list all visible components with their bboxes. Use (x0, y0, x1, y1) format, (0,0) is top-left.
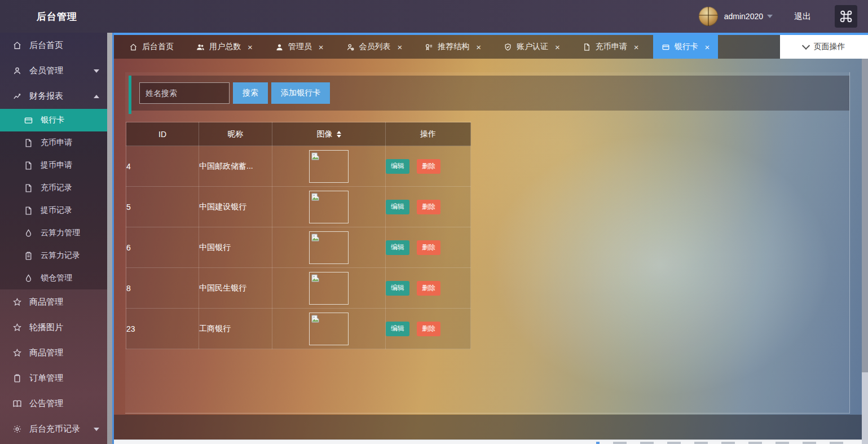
star-icon (12, 323, 22, 332)
sidebar-item-products-1[interactable]: 商品管理 (0, 289, 107, 315)
page-actions-button[interactable]: 页面操作 (780, 35, 868, 59)
sidebar-item-label: 商品管理 (29, 348, 63, 358)
sidebar-item-label: 提币记录 (41, 205, 72, 216)
broken-image-icon (311, 193, 320, 201)
broken-image-placeholder (309, 231, 349, 264)
edit-button[interactable]: 编辑 (386, 281, 409, 296)
header-right-group: admin2020 退出 (699, 5, 868, 28)
document-icon (24, 161, 33, 170)
sidebar-scrollbar[interactable] (107, 33, 112, 444)
sidebar-item-carousel[interactable]: 轮播图片 (0, 315, 107, 340)
cell-id: 23 (126, 309, 199, 349)
table-header-row: ID 昵称 图像 操作 (126, 122, 471, 146)
search-input[interactable] (139, 82, 230, 104)
logout-button[interactable]: 退出 (794, 11, 811, 22)
chevron-down-icon (94, 428, 99, 431)
sidebar-item-label: 银行卡 (41, 115, 64, 125)
close-icon[interactable]: × (248, 43, 253, 51)
broken-image-placeholder (309, 191, 349, 223)
sidebar-item-orders[interactable]: 订单管理 (0, 366, 107, 391)
sidebar-item-cloud-power-records[interactable]: 云算力记录 (0, 244, 107, 267)
broken-image-icon (311, 274, 320, 283)
tab-admin[interactable]: 管理员 × (267, 35, 332, 59)
document-icon (24, 138, 33, 148)
cell-image (272, 227, 386, 268)
tab-label: 用户总数 (209, 42, 241, 52)
users-icon (196, 43, 205, 51)
tab-recommend-structure[interactable]: 推荐结构 × (416, 35, 490, 59)
chevron-up-icon (94, 95, 99, 98)
close-icon[interactable]: × (634, 43, 639, 51)
sidebar-item-products-2[interactable]: 商品管理 (0, 340, 107, 366)
delete-button[interactable]: 删除 (417, 240, 440, 255)
close-icon[interactable]: × (476, 43, 481, 51)
user-gear-icon (346, 43, 355, 51)
app-logo-button[interactable] (835, 5, 857, 28)
cell-image (272, 268, 386, 309)
user-avatar[interactable] (699, 7, 718, 26)
sidebar-item-announcements[interactable]: 公告管理 (0, 391, 107, 416)
sidebar-item-label: 轮播图片 (29, 322, 63, 333)
add-bank-card-button[interactable]: 添加银行卡 (271, 82, 330, 104)
bank-card-content-panel: 搜索 添加银行卡 ID 昵称 图像 操作 4 中国邮政储蓄... (125, 72, 850, 414)
close-icon[interactable]: × (705, 43, 710, 51)
sort-icon[interactable] (337, 131, 341, 138)
clipboard-icon (24, 251, 33, 261)
home-icon (129, 43, 138, 51)
tab-member-list[interactable]: 会员列表 × (338, 35, 411, 59)
delete-button[interactable]: 删除 (417, 322, 440, 336)
tab-user-total[interactable]: 用户总数 × (188, 35, 261, 59)
close-icon[interactable]: × (555, 43, 560, 51)
cell-nickname: 中国银行 (199, 227, 272, 268)
delete-button[interactable]: 删除 (417, 281, 440, 296)
username-label[interactable]: admin2020 (724, 12, 763, 21)
sidebar-item-bank-card[interactable]: 银行卡 (0, 109, 107, 131)
tab-deposit-apply[interactable]: 充币申请 × (574, 35, 647, 59)
edit-button[interactable]: 编辑 (386, 322, 409, 336)
content-left-border (112, 33, 114, 444)
sidebar-item-cloud-power-mgmt[interactable]: 云算力管理 (0, 222, 107, 244)
sidebar-item-deposit-apply[interactable]: 充币申请 (0, 131, 107, 154)
edit-button[interactable]: 编辑 (386, 159, 409, 174)
close-icon[interactable]: × (319, 43, 324, 51)
sidebar-item-withdraw-records[interactable]: 提币记录 (0, 199, 107, 222)
sidebar-item-members[interactable]: 会员管理 (0, 58, 107, 83)
sidebar-item-label: 提币申请 (41, 160, 72, 170)
search-button[interactable]: 搜索 (233, 82, 268, 104)
tab-bank-card[interactable]: 银行卡 × (653, 35, 719, 59)
sidebar-item-withdraw-apply[interactable]: 提币申请 (0, 154, 107, 177)
cell-actions: 编辑删除 (386, 268, 471, 309)
tab-account-auth[interactable]: 账户认证 × (495, 35, 569, 59)
tab-label: 账户认证 (517, 42, 548, 52)
delete-button[interactable]: 删除 (417, 200, 440, 214)
bank-card-icon (24, 116, 33, 125)
column-header-label: 图像 (317, 129, 333, 138)
cell-nickname: 中国建设银行 (199, 187, 272, 227)
bank-card-icon (662, 43, 670, 51)
cell-actions: 编辑删除 (386, 309, 471, 349)
document-icon (24, 206, 33, 216)
app-title: 后台管理 (37, 10, 77, 23)
delete-button[interactable]: 删除 (417, 159, 440, 174)
chevron-down-icon[interactable] (767, 15, 773, 18)
edit-button[interactable]: 编辑 (386, 200, 409, 214)
sidebar-item-label: 订单管理 (29, 373, 63, 384)
page-scrollbar[interactable] (862, 59, 868, 444)
star-icon (12, 348, 22, 358)
document-icon (24, 183, 33, 193)
sidebar-item-home[interactable]: 后台首页 (0, 33, 107, 58)
sidebar-item-backend-deposit-records[interactable]: 后台充币记录 (0, 416, 107, 442)
sidebar-item-finance[interactable]: 财务报表 (0, 83, 107, 109)
tab-label: 充币申请 (596, 42, 627, 52)
user-icon (12, 66, 22, 76)
droplet-icon (24, 274, 33, 283)
edit-button[interactable]: 编辑 (386, 240, 409, 255)
sidebar-item-lock-mgmt[interactable]: 锁仓管理 (0, 267, 107, 289)
sidebar-item-label: 财务报表 (29, 91, 63, 102)
close-icon[interactable]: × (398, 43, 403, 51)
bank-card-table: ID 昵称 图像 操作 4 中国邮政储蓄... 编辑删除 (126, 122, 471, 349)
tab-home[interactable]: 后台首页 (121, 35, 182, 59)
scrollbar-thumb[interactable] (862, 59, 868, 372)
sidebar-item-label: 充币记录 (41, 183, 72, 193)
sidebar-item-deposit-records[interactable]: 充币记录 (0, 177, 107, 199)
